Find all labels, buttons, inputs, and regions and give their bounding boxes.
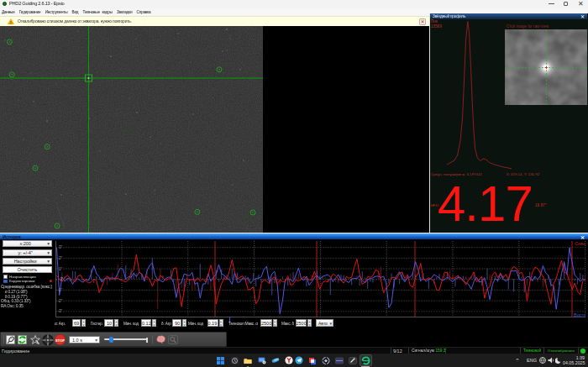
svg-text:Восток: Восток <box>574 312 585 317</box>
svg-text:Север: Север <box>575 241 585 246</box>
svg-text:2": 2" <box>59 256 63 260</box>
svg-text:-3": -3" <box>57 309 62 313</box>
svg-text:3": 3" <box>59 245 63 249</box>
svg-text:-1": -1" <box>57 288 62 292</box>
svg-text:-2": -2" <box>57 299 62 303</box>
svg-text:1": 1" <box>59 267 63 271</box>
svg-text:STOP: STOP <box>55 338 66 343</box>
